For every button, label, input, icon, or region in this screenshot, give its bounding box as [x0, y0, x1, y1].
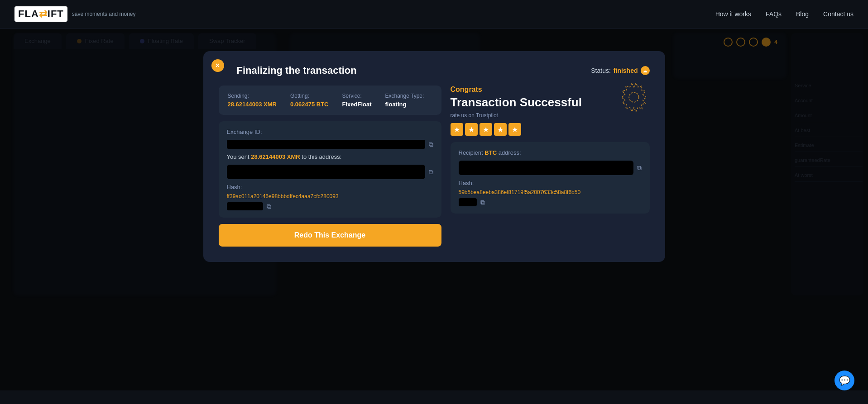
tx-sending-field: Sending: 28.62144003 XMR [228, 93, 277, 108]
exchange-id-row: ⧉ [227, 140, 433, 149]
star-2[interactable]: ★ [465, 123, 478, 136]
hash-label: Hash: [227, 184, 433, 190]
modal-right: Congrats Transaction Successful rate us … [451, 86, 650, 247]
recipient-address-row: ⧉ [459, 161, 642, 175]
tx-exchange-type-label: Exchange Type: [385, 93, 424, 99]
recipient-address-bar [459, 161, 633, 175]
chat-bubble[interactable]: 💬 [834, 371, 854, 390]
redo-button[interactable]: Redo This Exchange [219, 224, 441, 247]
star-1[interactable]: ★ [451, 123, 463, 136]
address-row: ⧉ [227, 165, 433, 179]
recipient-hash-value: 59b5bea8eeba386ef81719f5a2007633c58a8f6b… [459, 189, 642, 195]
chat-icon: 💬 [839, 375, 850, 386]
exchange-id-card: Exchange ID: ⧉ You sent 28.62144003 XMR … [219, 121, 441, 218]
exchange-id-label: Exchange ID: [227, 128, 433, 135]
star-3[interactable]: ★ [480, 123, 492, 136]
svg-point-0 [629, 92, 639, 102]
modal-body: Sending: 28.62144003 XMR Getting: 0.0624… [219, 86, 650, 247]
gear-decoration [614, 81, 654, 122]
status-label: Status: [591, 67, 611, 74]
sent-suffix: to this address: [302, 153, 341, 160]
tx-service-field: Service: FixedFloat [342, 93, 371, 108]
address-bar [227, 165, 425, 179]
sent-amount: 28.62144003 [251, 153, 285, 160]
tx-getting-field: Getting: 0.062475 BTC [290, 93, 329, 108]
tx-sending-value: 28.62144003 XMR [228, 101, 277, 108]
logo-area: FLA⇄IFT save moments and money [14, 6, 136, 22]
copy-recipient-address-icon[interactable]: ⧉ [637, 164, 642, 172]
copy-hash-icon[interactable]: ⧉ [267, 203, 271, 210]
copy-address-icon[interactable]: ⧉ [429, 168, 433, 176]
tx-getting-value: 0.062475 BTC [290, 101, 329, 108]
star-4[interactable]: ★ [494, 123, 507, 136]
modal-overlay: × Finalizing the transaction Status: fin… [0, 29, 868, 390]
tx-getting-label: Getting: [290, 93, 329, 99]
status-area: Status: finished ☁ [591, 66, 649, 75]
recipient-hash-redacted [459, 198, 477, 206]
tx-summary: Sending: 28.62144003 XMR Getting: 0.0624… [219, 86, 441, 115]
nav-blog[interactable]: Blog [796, 10, 809, 18]
tx-exchange-type-field: Exchange Type: floating [385, 93, 424, 108]
tx-service-value: FixedFloat [342, 101, 371, 108]
star-5[interactable]: ★ [508, 123, 521, 136]
nav-how-it-works[interactable]: How it works [715, 10, 751, 18]
sent-text: You sent 28.62144003 XMR to this address… [227, 153, 433, 160]
hash-redacted [227, 202, 263, 210]
hash-value: ff39ac011a20146e98bbbdffec4aaa7cfc280093 [227, 193, 433, 200]
header: FLA⇄IFT save moments and money How it wo… [0, 0, 868, 29]
nav-faqs[interactable]: FAQs [766, 10, 782, 18]
recipient-label-text: Recipient [459, 149, 485, 156]
recipient-suffix: address: [499, 149, 521, 156]
copy-recipient-hash-icon[interactable]: ⧉ [480, 199, 485, 206]
sent-currency: XMR [287, 153, 302, 160]
tx-exchange-type-value: floating [385, 101, 424, 108]
hash-section: Hash: ff39ac011a20146e98bbbdffec4aaa7cfc… [227, 184, 433, 210]
status-icon: ☁ [641, 66, 650, 75]
copy-exchange-id-icon[interactable]: ⧉ [429, 141, 433, 148]
recipient-hash-label: Hash: [459, 180, 642, 186]
sent-prefix: You sent [227, 153, 251, 160]
main-area: Exchange Fixed Rate Floating Rate Swap T… [0, 29, 868, 390]
recipient-card: Recipient BTC address: ⧉ Hash: 59b5bea8e… [451, 142, 650, 214]
exchange-id-redacted [227, 140, 425, 149]
modal-header: Finalizing the transaction Status: finis… [219, 65, 650, 76]
modal-close-button[interactable]: × [211, 59, 224, 72]
logo-tagline: save moments and money [72, 10, 136, 18]
modal: × Finalizing the transaction Status: fin… [203, 51, 665, 262]
nav-links: How it works FAQs Blog Contact us [715, 10, 854, 18]
nav-contact[interactable]: Contact us [823, 10, 854, 18]
congrats-section: Congrats Transaction Successful rate us … [451, 86, 650, 136]
tx-sending-label: Sending: [228, 93, 277, 99]
tx-service-label: Service: [342, 93, 371, 99]
stars-row: ★ ★ ★ ★ ★ [451, 123, 650, 136]
recipient-label: Recipient BTC address: [459, 149, 642, 156]
recipient-currency: BTC [484, 149, 497, 156]
modal-title: Finalizing the transaction [237, 65, 357, 76]
status-value: finished [614, 67, 638, 74]
modal-left: Sending: 28.62144003 XMR Getting: 0.0624… [219, 86, 441, 247]
recipient-hash-section: Hash: 59b5bea8eeba386ef81719f5a2007633c5… [459, 180, 642, 206]
logo: FLA⇄IFT [14, 6, 67, 22]
